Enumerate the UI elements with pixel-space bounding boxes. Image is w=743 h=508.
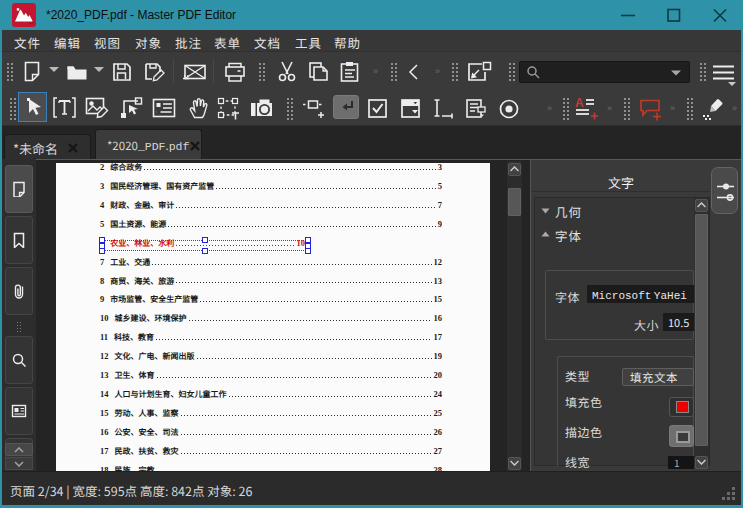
svg-text:A: A [575, 97, 584, 110]
